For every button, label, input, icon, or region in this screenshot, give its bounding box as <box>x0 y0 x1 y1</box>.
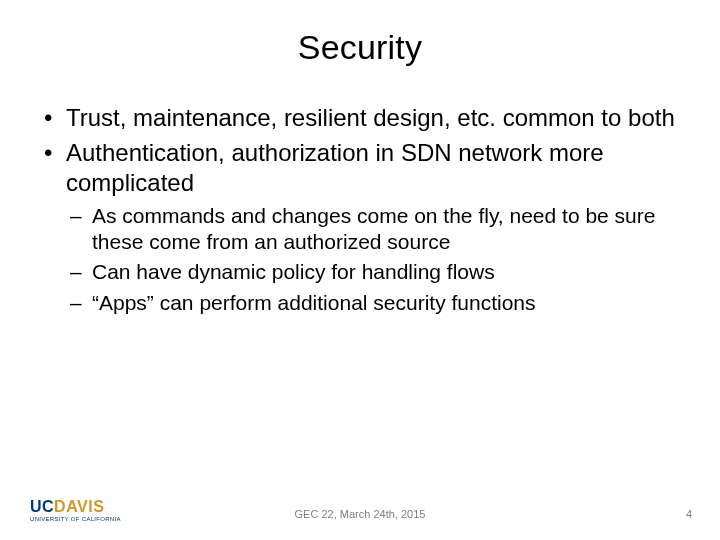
slide-footer: UCDAVIS UNIVERSITY OF CALIFORNIA GEC 22,… <box>0 498 720 522</box>
page-number: 4 <box>686 508 692 520</box>
sub-bullet-item: “Apps” can perform additional security f… <box>66 290 680 316</box>
sub-bullet-item: As commands and changes come on the fly,… <box>66 203 680 256</box>
sub-bullet-text: As commands and changes come on the fly,… <box>92 204 655 253</box>
slide-body: Trust, maintenance, resilient design, et… <box>40 103 680 316</box>
slide-title: Security <box>40 28 680 67</box>
sub-bullet-item: Can have dynamic policy for handling flo… <box>66 259 680 285</box>
bullet-item: Authentication, authorization in SDN net… <box>40 138 680 316</box>
slide: Security Trust, maintenance, resilient d… <box>0 0 720 540</box>
bullet-list: Trust, maintenance, resilient design, et… <box>40 103 680 316</box>
footer-center-text: GEC 22, March 24th, 2015 <box>0 508 720 520</box>
sub-bullet-text: Can have dynamic policy for handling flo… <box>92 260 495 283</box>
sub-bullet-text: “Apps” can perform additional security f… <box>92 291 536 314</box>
bullet-text: Authentication, authorization in SDN net… <box>66 139 604 195</box>
bullet-item: Trust, maintenance, resilient design, et… <box>40 103 680 132</box>
bullet-text: Trust, maintenance, resilient design, et… <box>66 104 675 131</box>
sub-bullet-list: As commands and changes come on the fly,… <box>66 203 680 316</box>
